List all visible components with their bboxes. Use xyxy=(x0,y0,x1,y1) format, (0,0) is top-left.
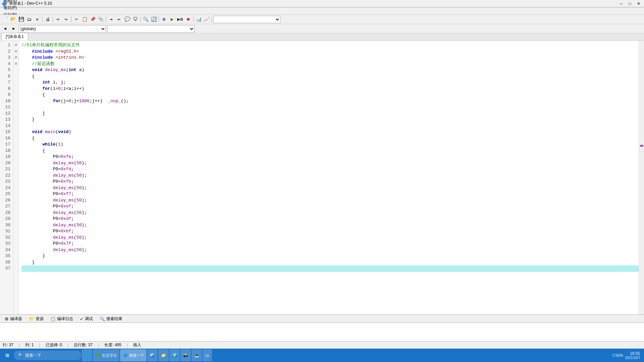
code-line-37[interactable] xyxy=(21,265,639,272)
code-line-34[interactable]: delay_ms(50); xyxy=(21,247,639,253)
save-button[interactable]: 💾 xyxy=(17,16,25,23)
line-number-9: 9 xyxy=(1,92,10,98)
code-line-31[interactable]: P0=0xbf; xyxy=(21,228,639,235)
open-button[interactable]: 📂 xyxy=(9,16,17,23)
code-line-33[interactable]: P0=0x7f; xyxy=(21,241,639,247)
chart-button[interactable]: 📊 xyxy=(195,16,202,23)
code-line-25[interactable]: P0=0xf7; xyxy=(21,191,639,197)
scope-forward-button[interactable]: ▶ xyxy=(10,25,17,33)
bottom-tab-资源[interactable]: 📁资源 xyxy=(25,315,47,322)
code-line-15[interactable]: void main(void) xyxy=(21,129,639,135)
code-line-29[interactable]: P0=0xdf; xyxy=(21,216,639,222)
code-line-27[interactable]: P0=0xef; xyxy=(21,203,639,210)
line-number-24: 24 xyxy=(1,185,10,191)
code-line-17[interactable]: while(1) xyxy=(21,141,639,148)
bottom-tab-编译日志[interactable]: 📋编译日志 xyxy=(47,315,76,322)
bottom-tab-icon-编译日志: 📋 xyxy=(50,316,56,321)
cut-button[interactable]: ✂ xyxy=(73,16,80,23)
code-line-32[interactable]: delay_ms(50); xyxy=(21,235,639,241)
start-button[interactable]: ⊞ xyxy=(1,349,13,361)
code-line-5[interactable]: void delay_ms(int a) xyxy=(21,67,639,73)
taskbar-search[interactable]: 🔍 搜索一下 xyxy=(14,351,81,360)
menu-item-p[interactable]: 项目(P) xyxy=(1,4,20,11)
save-all-button[interactable]: 🗂 xyxy=(25,16,33,23)
code-line-9[interactable]: { xyxy=(21,92,639,98)
fold-indicator-6[interactable]: ⊟ xyxy=(13,42,18,49)
sep4 xyxy=(106,16,106,22)
uncomment-button[interactable]: 🗨 xyxy=(131,16,139,23)
fold-indicator-16[interactable]: ⊟ xyxy=(13,55,18,61)
code-line-6[interactable]: { xyxy=(21,73,639,80)
print-button[interactable]: 🖨 xyxy=(44,16,51,23)
close-button[interactable]: ✕ xyxy=(635,1,643,7)
taskbar-app-devcpp[interactable]: 🔷 搜索一下 xyxy=(120,349,147,361)
stop-button[interactable]: ■ xyxy=(184,16,192,23)
copy-button[interactable]: 📋 xyxy=(81,16,88,23)
code-line-4[interactable]: //延迟函数 xyxy=(21,61,639,67)
taskbar-app-explorer[interactable]: 📁 xyxy=(158,349,169,361)
fold-indicator-9[interactable]: ⊟ xyxy=(13,49,18,55)
code-line-24[interactable]: delay_ms(50); xyxy=(21,185,639,191)
function-select[interactable] xyxy=(107,25,195,33)
fold-column[interactable]: ⊟⊟⊟⊟ xyxy=(13,41,19,314)
profile-button[interactable]: 📈 xyxy=(203,16,210,23)
code-line-16[interactable]: { xyxy=(21,135,639,142)
fold-indicator-18[interactable]: ⊟ xyxy=(13,61,18,67)
indent-button[interactable]: ⇥ xyxy=(107,16,115,23)
code-editor[interactable]: 1234567891011121314151617181920212223242… xyxy=(0,41,644,314)
bottom-tab-搜索结果[interactable]: 🔍搜索结果 xyxy=(96,315,126,322)
code-line-28[interactable]: delay_ms(50); xyxy=(21,210,639,216)
close-file-button[interactable]: ✕ xyxy=(34,16,41,23)
code-line-1[interactable]: //51单片机编程常用的头文件 xyxy=(21,42,639,49)
code-line-8[interactable]: for(i=0;i<a;i++) xyxy=(21,86,639,92)
redo-button[interactable]: ↪ xyxy=(62,16,70,23)
new-button[interactable]: 📄 xyxy=(1,16,9,23)
line-number-29: 29 xyxy=(1,216,10,222)
paste-button[interactable]: 📌 xyxy=(89,16,96,23)
taskbar-app-edge[interactable]: 🌊 xyxy=(147,349,158,361)
taskbar-app-world[interactable]: 🌍 xyxy=(169,349,180,361)
taskbar-app-files[interactable]: 🗂 xyxy=(203,349,212,361)
code-line-35[interactable]: } xyxy=(21,253,639,259)
menu-item-v[interactable]: 视图(V) xyxy=(1,0,20,4)
paste2-button[interactable]: 📎 xyxy=(97,16,104,23)
code-line-7[interactable]: int i, j; xyxy=(21,79,639,86)
code-line-20[interactable]: delay_ms(50); xyxy=(21,160,639,167)
code-line-3[interactable]: #include <intrins.h> xyxy=(21,55,639,61)
taskbar-app-laptop[interactable]: 💻 xyxy=(192,349,202,361)
run-button[interactable]: ▶ xyxy=(168,16,176,23)
tab-unnamed1[interactable]: [*]未命名1 xyxy=(1,33,28,41)
scope-select[interactable]: (globals) xyxy=(19,25,106,33)
code-line-13[interactable]: } xyxy=(21,117,639,123)
taskbar-app-nature[interactable]: 🌿 生态浮岛 xyxy=(93,349,119,361)
unindent-button[interactable]: ⇤ xyxy=(115,16,123,23)
code-line-14[interactable] xyxy=(21,123,639,129)
code-line-2[interactable]: #include <reg51.h> xyxy=(21,49,639,55)
bottom-tab-编译器[interactable]: ⚙编译器 xyxy=(1,315,25,322)
scope-back-button[interactable]: ◀ xyxy=(1,25,9,33)
undo-button[interactable]: ↩ xyxy=(54,16,62,23)
code-line-22[interactable]: delay_ms(50); xyxy=(21,173,639,179)
code-line-21[interactable]: P0=0xfd; xyxy=(21,166,639,173)
compile-run-button[interactable]: ▶⚙ xyxy=(176,16,184,23)
replace-button[interactable]: 🔄 xyxy=(150,16,157,23)
code-line-10[interactable]: for(j=0;j<1000;j++) _nop_(); xyxy=(21,98,639,105)
code-line-23[interactable]: P0=0xfb; xyxy=(21,179,639,185)
compiler-select[interactable]: TDM-GCC 4.8.1 64-bit Release xyxy=(213,16,280,23)
code-content[interactable]: //51单片机编程常用的头文件 #include <reg51.h> #incl… xyxy=(19,41,639,314)
minimize-button[interactable]: ─ xyxy=(617,1,625,7)
comment-button[interactable]: 💬 xyxy=(123,16,131,23)
bottom-tab-调试[interactable]: ✓调试 xyxy=(76,315,96,322)
code-line-30[interactable]: delay_ms(50); xyxy=(21,222,639,229)
code-line-11[interactable] xyxy=(21,104,639,111)
code-line-19[interactable]: P0=0xfe; xyxy=(21,154,639,160)
find-button[interactable]: 🔍 xyxy=(142,16,149,23)
code-line-36[interactable]: } xyxy=(21,259,639,266)
taskbar-app-ie[interactable]: 🌐 xyxy=(82,349,92,361)
maximize-button[interactable]: □ xyxy=(626,1,634,7)
code-line-18[interactable]: { xyxy=(21,148,639,154)
taskbar-app-photo[interactable]: 📸 xyxy=(180,349,191,361)
code-line-26[interactable]: delay_ms(50); xyxy=(21,197,639,204)
compile-button[interactable]: ⚙ xyxy=(160,16,168,23)
code-line-12[interactable]: } xyxy=(21,111,639,117)
